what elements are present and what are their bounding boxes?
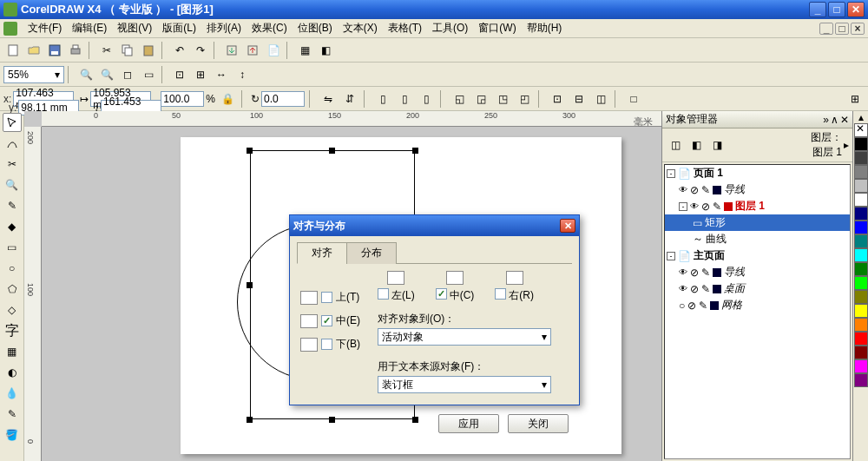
ellipse-tool[interactable]: ○ <box>3 259 22 278</box>
to-back-button[interactable]: ◲ <box>471 89 490 109</box>
guides2-node[interactable]: 导线 <box>724 265 745 280</box>
align-center-check[interactable] <box>436 288 447 300</box>
dialog-titlebar[interactable]: 对齐与分布 ✕ <box>290 215 579 236</box>
zoom-height-button[interactable]: ↕ <box>233 65 252 84</box>
options-button[interactable]: ⊞ <box>845 89 865 109</box>
minimize-button[interactable]: _ <box>809 2 826 17</box>
combine-button[interactable]: ◫ <box>591 89 610 109</box>
undo-button[interactable]: ↶ <box>170 41 189 60</box>
align-left-check[interactable] <box>378 288 389 300</box>
table-tool[interactable]: ▦ <box>3 342 22 361</box>
color-swatch[interactable] <box>854 359 868 373</box>
dock-expand-icon[interactable]: » <box>823 114 829 126</box>
page-node[interactable]: 页面 1 <box>694 166 723 181</box>
collapse-icon[interactable]: - <box>667 252 675 260</box>
layer-view2-button[interactable]: ◧ <box>687 135 706 155</box>
apply-button[interactable]: 应用 <box>438 414 499 433</box>
color-swatch[interactable] <box>854 193 868 207</box>
rectangle-tool[interactable]: ▭ <box>3 238 22 257</box>
master-node[interactable]: 主页面 <box>694 248 725 263</box>
rect-node[interactable]: 矩形 <box>705 215 726 230</box>
close-button[interactable]: ✕ <box>847 2 865 17</box>
zoom-in-button[interactable]: 🔍 <box>76 65 95 84</box>
color-swatch[interactable] <box>854 373 868 387</box>
zoom-selected-button[interactable]: ⊞ <box>191 65 210 84</box>
collapse-icon[interactable]: - <box>679 202 687 211</box>
align-right-button[interactable]: ▯ <box>417 89 436 109</box>
color-swatch[interactable] <box>854 276 868 290</box>
outline-button[interactable]: □ <box>624 89 643 109</box>
save-button[interactable] <box>45 41 64 60</box>
menu-arrange[interactable]: 排列(A) <box>201 19 247 37</box>
menu-tools[interactable]: 工具(O) <box>427 19 473 37</box>
export-button[interactable] <box>243 41 262 60</box>
guides-node[interactable]: 导线 <box>724 182 745 197</box>
menu-bitmaps[interactable]: 位图(B) <box>293 19 338 37</box>
mdi-close[interactable]: × <box>851 23 865 35</box>
open-button[interactable] <box>24 41 43 60</box>
layer-tree[interactable]: -📄页面 1 👁⊘✎导线 -👁⊘✎图层 1 ▭矩形 ～曲线 -📄主页面 👁⊘✎导… <box>664 164 851 459</box>
color-swatch[interactable] <box>854 179 868 193</box>
handle-bl[interactable] <box>247 417 253 423</box>
layer-view1-button[interactable]: ◫ <box>666 135 685 155</box>
palette-up-icon[interactable]: ▴ <box>853 111 868 123</box>
color-swatch[interactable] <box>854 137 868 151</box>
redo-button[interactable]: ↷ <box>191 41 210 60</box>
basic-shapes-tool[interactable]: ◇ <box>3 300 22 319</box>
color-swatch[interactable] <box>854 262 868 276</box>
smart-fill-tool[interactable]: ◆ <box>3 217 22 236</box>
menu-table[interactable]: 表格(T) <box>383 19 427 37</box>
color-swatch[interactable] <box>854 234 868 248</box>
interactive-tool[interactable]: ◐ <box>3 363 22 382</box>
import-button[interactable] <box>222 41 241 60</box>
menu-view[interactable]: 视图(V) <box>112 19 157 37</box>
handle-tl[interactable] <box>247 148 253 154</box>
maximize-button[interactable]: □ <box>828 2 845 17</box>
mdi-minimize[interactable]: _ <box>819 23 833 35</box>
pick-tool[interactable] <box>3 113 22 132</box>
no-color-swatch[interactable] <box>854 123 868 137</box>
close-dialog-button[interactable]: 关闭 <box>508 414 569 433</box>
zoom-select[interactable]: 55%▾ <box>3 66 64 83</box>
color-swatch[interactable] <box>854 318 868 332</box>
scale-x-input[interactable]: 100.0 <box>161 91 204 107</box>
dialog-close-button[interactable]: ✕ <box>560 219 575 233</box>
handle-tr[interactable] <box>412 148 418 154</box>
paste-button[interactable] <box>139 41 158 60</box>
align-middle-check[interactable] <box>321 315 332 326</box>
color-swatch[interactable] <box>854 332 868 346</box>
publish-button[interactable]: 📄 <box>264 41 283 60</box>
ungroup-button[interactable]: ⊟ <box>569 89 589 109</box>
backward-button[interactable]: ◰ <box>515 89 534 109</box>
mdi-restore[interactable]: □ <box>835 23 849 35</box>
handle-ml[interactable] <box>247 282 253 288</box>
desktop-node[interactable]: 桌面 <box>724 281 745 296</box>
eyedropper-tool[interactable]: 💧 <box>3 384 22 403</box>
menu-effects[interactable]: 效果(C) <box>247 19 293 37</box>
zoom-tool[interactable]: 🔍 <box>3 175 22 194</box>
color-swatch[interactable] <box>854 165 868 179</box>
dock-close-icon[interactable]: ✕ <box>840 114 849 126</box>
zoom-all-button[interactable]: ⊡ <box>170 65 189 84</box>
outline-tool[interactable]: ✎ <box>3 405 22 424</box>
rotation-input[interactable]: 0.0 <box>261 91 305 107</box>
mirror-h-button[interactable]: ⇋ <box>319 89 338 109</box>
freehand-tool[interactable]: ✎ <box>3 196 22 215</box>
curve-node[interactable]: 曲线 <box>706 232 727 247</box>
layer1-node[interactable]: 图层 1 <box>735 199 765 214</box>
color-swatch[interactable] <box>854 221 868 234</box>
align-right-check[interactable] <box>495 288 506 300</box>
shape-tool[interactable] <box>3 134 22 153</box>
text-tool[interactable]: 字 <box>3 321 22 340</box>
align-bottom-check[interactable] <box>321 339 332 350</box>
zoom-width-button[interactable]: ↔ <box>212 65 231 84</box>
fill-tool[interactable]: 🪣 <box>3 425 22 445</box>
text-source-combo[interactable]: 装订框▾ <box>378 376 551 393</box>
color-swatch[interactable] <box>854 248 868 262</box>
dock-more-icon[interactable]: ∧ <box>831 114 838 126</box>
layer-view3-button[interactable]: ◨ <box>707 135 727 155</box>
align-left-button[interactable]: ▯ <box>373 89 392 109</box>
color-swatch[interactable] <box>854 346 868 359</box>
zoom-page-button[interactable]: ▭ <box>139 65 158 84</box>
mirror-v-button[interactable]: ⇵ <box>340 89 359 109</box>
